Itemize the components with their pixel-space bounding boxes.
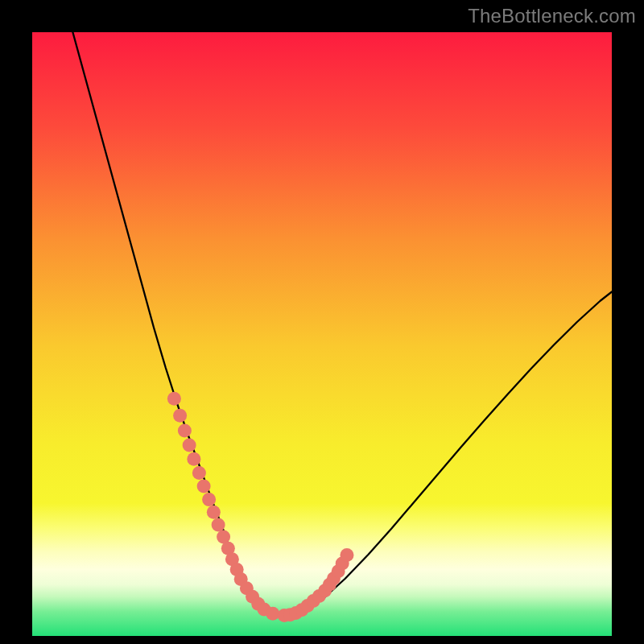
- highlight-dot: [266, 607, 279, 621]
- highlight-dot: [167, 392, 181, 406]
- gradient-background: [32, 32, 612, 636]
- highlight-dot: [197, 480, 211, 493]
- chart-frame: TheBottleneck.com: [0, 0, 644, 644]
- bottleneck-chart: [32, 32, 612, 636]
- highlight-dot: [173, 409, 187, 423]
- highlight-dot: [340, 548, 353, 562]
- highlight-dot: [183, 439, 196, 452]
- watermark-text: TheBottleneck.com: [468, 5, 636, 27]
- highlight-dot: [187, 452, 200, 466]
- highlight-dot: [202, 493, 216, 506]
- highlight-dot: [192, 466, 206, 480]
- highlight-dot: [178, 424, 192, 438]
- highlight-dot: [212, 518, 225, 532]
- highlight-dot: [207, 506, 221, 519]
